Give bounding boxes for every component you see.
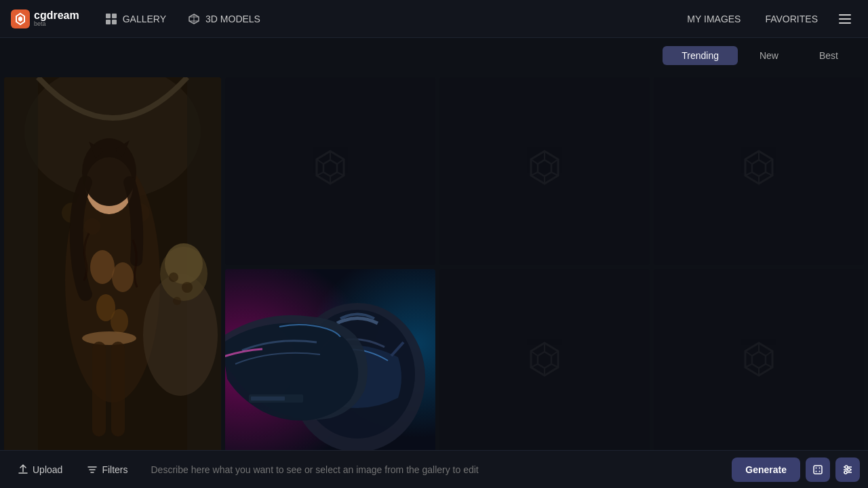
svg-point-49 bbox=[819, 470, 821, 472]
svg-point-30 bbox=[169, 272, 178, 282]
filters-btn[interactable]: Filters bbox=[77, 460, 137, 479]
svg-rect-11 bbox=[4, 77, 38, 457]
tab-new[interactable]: New bbox=[741, 46, 797, 65]
svg-rect-1 bbox=[106, 14, 111, 18]
gallery-icon bbox=[105, 13, 117, 25]
nav-gallery-label: GALLERY bbox=[123, 14, 166, 24]
filter-bar: Trending New Best bbox=[0, 38, 868, 73]
generate-secondary-btn[interactable] bbox=[806, 458, 830, 482]
menu-line-2 bbox=[839, 18, 851, 20]
filters-icon bbox=[87, 464, 98, 475]
3d-models-icon bbox=[188, 13, 200, 25]
dice-icon bbox=[812, 464, 823, 475]
menu-line-3 bbox=[839, 22, 851, 24]
svg-point-48 bbox=[816, 470, 817, 472]
placeholder-7 bbox=[654, 269, 864, 457]
beta-badge: beta bbox=[34, 21, 79, 27]
svg-rect-4 bbox=[112, 20, 117, 24]
gallery-cell-7[interactable] bbox=[654, 269, 864, 457]
svg-point-54 bbox=[848, 468, 850, 471]
gallery-cell-3[interactable] bbox=[439, 77, 650, 265]
nav-links: GALLERY 3D MODELS bbox=[96, 7, 678, 30]
gallery-grid bbox=[0, 73, 868, 488]
logo-text: cgdream beta bbox=[34, 10, 79, 27]
my-images-btn[interactable]: MY IMAGES bbox=[677, 9, 750, 28]
upload-btn[interactable]: Upload bbox=[8, 460, 72, 479]
svg-rect-2 bbox=[112, 14, 117, 18]
generate-btn[interactable]: Generate bbox=[732, 458, 800, 482]
nav-gallery[interactable]: GALLERY bbox=[96, 7, 176, 30]
generate-label: Generate bbox=[745, 464, 787, 475]
watermark-6 bbox=[521, 340, 568, 387]
upload-label: Upload bbox=[33, 464, 62, 475]
app-name: cgdream bbox=[34, 10, 79, 21]
svg-rect-3 bbox=[106, 20, 111, 24]
logo-area[interactable]: cgdream beta bbox=[11, 9, 79, 28]
gallery-cell-6[interactable] bbox=[439, 269, 650, 457]
svg-point-22 bbox=[112, 262, 134, 292]
placeholder-3 bbox=[439, 77, 650, 265]
gallery-cell-4[interactable] bbox=[654, 77, 864, 265]
upload-icon bbox=[18, 464, 28, 475]
svg-point-21 bbox=[90, 250, 115, 284]
svg-rect-44 bbox=[251, 396, 285, 401]
gallery-cell-1[interactable] bbox=[4, 77, 221, 457]
svg-point-47 bbox=[819, 467, 821, 468]
svg-point-46 bbox=[816, 467, 817, 468]
tab-trending[interactable]: Trending bbox=[663, 46, 738, 65]
hamburger-menu-btn[interactable] bbox=[833, 7, 857, 31]
placeholder-4 bbox=[654, 77, 864, 265]
favorites-btn[interactable]: FAVORITES bbox=[755, 9, 827, 28]
placeholder-2 bbox=[225, 77, 435, 265]
header-right: MY IMAGES FAVORITES bbox=[677, 7, 857, 31]
nav-3d-models-label: 3D MODELS bbox=[205, 14, 260, 24]
svg-point-53 bbox=[845, 466, 848, 468]
svg-point-24 bbox=[111, 309, 128, 333]
settings-btn[interactable] bbox=[835, 458, 860, 482]
header: cgdream beta GALLERY 3D MODELS MY IMAGE bbox=[0, 0, 868, 38]
svg-rect-34 bbox=[92, 342, 106, 436]
svg-point-31 bbox=[182, 282, 193, 293]
watermark-4 bbox=[735, 148, 783, 195]
gallery-cell-5[interactable] bbox=[225, 269, 435, 457]
menu-line-1 bbox=[839, 14, 851, 16]
placeholder-6 bbox=[439, 269, 650, 457]
watermark-3 bbox=[521, 148, 568, 195]
svg-point-32 bbox=[173, 297, 181, 305]
watermark-2 bbox=[307, 148, 354, 195]
svg-point-33 bbox=[82, 331, 136, 345]
filters-label: Filters bbox=[102, 464, 127, 475]
svg-rect-45 bbox=[814, 466, 822, 474]
nav-3d-models[interactable]: 3D MODELS bbox=[178, 7, 270, 30]
sliders-icon bbox=[842, 464, 853, 475]
prompt-input[interactable] bbox=[143, 459, 727, 481]
bottom-bar: Upload Filters Generate bbox=[0, 450, 868, 488]
watermark-7 bbox=[735, 340, 783, 387]
svg-point-55 bbox=[844, 471, 847, 474]
gallery-cell-2[interactable] bbox=[225, 77, 435, 265]
tab-best[interactable]: Best bbox=[800, 46, 857, 65]
svg-rect-35 bbox=[111, 342, 125, 436]
logo-icon bbox=[11, 9, 30, 28]
